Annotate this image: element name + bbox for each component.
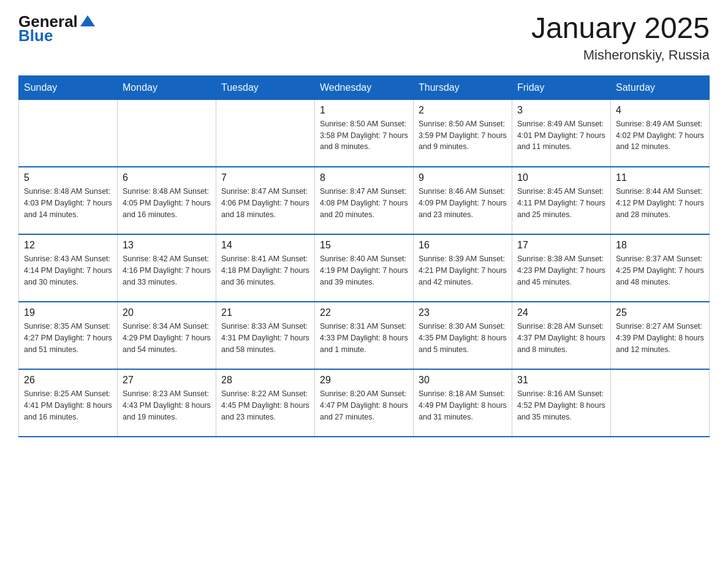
day-info: Sunrise: 8:35 AM Sunset: 4:27 PM Dayligh… bbox=[24, 321, 112, 355]
day-info: Sunrise: 8:34 AM Sunset: 4:29 PM Dayligh… bbox=[123, 321, 211, 355]
day-cell-21: 21Sunrise: 8:33 AM Sunset: 4:31 PM Dayli… bbox=[216, 302, 315, 369]
calendar-header-row: SundayMondayTuesdayWednesdayThursdayFrid… bbox=[19, 75, 710, 99]
day-cell-12: 12Sunrise: 8:43 AM Sunset: 4:14 PM Dayli… bbox=[19, 234, 118, 302]
calendar-subtitle: Misheronskiy, Russia bbox=[531, 47, 710, 63]
day-cell-8: 8Sunrise: 8:47 AM Sunset: 4:08 PM Daylig… bbox=[315, 167, 414, 234]
day-number: 29 bbox=[320, 375, 408, 386]
day-cell-1: 1Sunrise: 8:50 AM Sunset: 3:58 PM Daylig… bbox=[315, 99, 414, 167]
day-info: Sunrise: 8:18 AM Sunset: 4:49 PM Dayligh… bbox=[419, 388, 507, 423]
day-number: 18 bbox=[616, 240, 704, 251]
day-cell-22: 22Sunrise: 8:31 AM Sunset: 4:33 PM Dayli… bbox=[315, 302, 414, 369]
day-cell-5: 5Sunrise: 8:48 AM Sunset: 4:03 PM Daylig… bbox=[19, 167, 118, 234]
day-cell-30: 30Sunrise: 8:18 AM Sunset: 4:49 PM Dayli… bbox=[414, 369, 512, 437]
day-cell-18: 18Sunrise: 8:37 AM Sunset: 4:25 PM Dayli… bbox=[611, 234, 710, 302]
week-row-2: 5Sunrise: 8:48 AM Sunset: 4:03 PM Daylig… bbox=[19, 167, 710, 234]
day-info: Sunrise: 8:40 AM Sunset: 4:19 PM Dayligh… bbox=[320, 253, 408, 288]
page-header: General Blue January 2025 Misheronskiy, … bbox=[18, 12, 710, 63]
day-number: 26 bbox=[24, 375, 112, 386]
day-info: Sunrise: 8:42 AM Sunset: 4:16 PM Dayligh… bbox=[123, 253, 211, 288]
day-number: 10 bbox=[517, 172, 605, 183]
day-cell-14: 14Sunrise: 8:41 AM Sunset: 4:18 PM Dayli… bbox=[216, 234, 315, 302]
day-info: Sunrise: 8:27 AM Sunset: 4:39 PM Dayligh… bbox=[616, 321, 704, 355]
col-header-saturday: Saturday bbox=[611, 75, 710, 99]
day-number: 5 bbox=[24, 172, 112, 183]
day-number: 30 bbox=[419, 375, 507, 386]
day-info: Sunrise: 8:37 AM Sunset: 4:25 PM Dayligh… bbox=[616, 253, 704, 288]
day-cell-9: 9Sunrise: 8:46 AM Sunset: 4:09 PM Daylig… bbox=[414, 167, 512, 234]
day-number: 24 bbox=[517, 307, 605, 318]
day-info: Sunrise: 8:39 AM Sunset: 4:21 PM Dayligh… bbox=[419, 253, 507, 288]
day-cell-3: 3Sunrise: 8:49 AM Sunset: 4:01 PM Daylig… bbox=[512, 99, 611, 167]
day-info: Sunrise: 8:49 AM Sunset: 4:02 PM Dayligh… bbox=[616, 118, 704, 153]
col-header-monday: Monday bbox=[118, 75, 216, 99]
day-cell-15: 15Sunrise: 8:40 AM Sunset: 4:19 PM Dayli… bbox=[315, 234, 414, 302]
day-number: 3 bbox=[517, 105, 605, 116]
day-cell-13: 13Sunrise: 8:42 AM Sunset: 4:16 PM Dayli… bbox=[118, 234, 216, 302]
day-number: 12 bbox=[24, 240, 112, 251]
day-cell-2: 2Sunrise: 8:50 AM Sunset: 3:59 PM Daylig… bbox=[414, 99, 512, 167]
day-number: 2 bbox=[419, 105, 507, 116]
svg-marker-0 bbox=[80, 15, 95, 26]
day-number: 23 bbox=[419, 307, 507, 318]
day-number: 7 bbox=[221, 172, 309, 183]
day-info: Sunrise: 8:43 AM Sunset: 4:14 PM Dayligh… bbox=[24, 253, 112, 288]
day-cell-27: 27Sunrise: 8:23 AM Sunset: 4:43 PM Dayli… bbox=[118, 369, 216, 437]
day-number: 20 bbox=[123, 307, 211, 318]
week-row-3: 12Sunrise: 8:43 AM Sunset: 4:14 PM Dayli… bbox=[19, 234, 710, 302]
calendar-table: SundayMondayTuesdayWednesdayThursdayFrid… bbox=[18, 75, 710, 438]
day-cell-23: 23Sunrise: 8:30 AM Sunset: 4:35 PM Dayli… bbox=[414, 302, 512, 369]
day-number: 11 bbox=[616, 172, 704, 183]
day-cell-24: 24Sunrise: 8:28 AM Sunset: 4:37 PM Dayli… bbox=[512, 302, 611, 369]
day-info: Sunrise: 8:31 AM Sunset: 4:33 PM Dayligh… bbox=[320, 321, 408, 355]
day-info: Sunrise: 8:30 AM Sunset: 4:35 PM Dayligh… bbox=[419, 321, 507, 355]
col-header-wednesday: Wednesday bbox=[315, 75, 414, 99]
day-info: Sunrise: 8:48 AM Sunset: 4:05 PM Dayligh… bbox=[123, 186, 211, 220]
day-number: 13 bbox=[123, 240, 211, 251]
day-number: 21 bbox=[221, 307, 309, 318]
day-info: Sunrise: 8:38 AM Sunset: 4:23 PM Dayligh… bbox=[517, 253, 605, 288]
day-number: 25 bbox=[616, 307, 704, 318]
week-row-5: 26Sunrise: 8:25 AM Sunset: 4:41 PM Dayli… bbox=[19, 369, 710, 437]
col-header-friday: Friday bbox=[512, 75, 611, 99]
empty-cell bbox=[118, 99, 216, 167]
day-info: Sunrise: 8:25 AM Sunset: 4:41 PM Dayligh… bbox=[24, 388, 112, 423]
day-info: Sunrise: 8:22 AM Sunset: 4:45 PM Dayligh… bbox=[221, 388, 309, 423]
day-number: 16 bbox=[419, 240, 507, 251]
day-cell-17: 17Sunrise: 8:38 AM Sunset: 4:23 PM Dayli… bbox=[512, 234, 611, 302]
day-cell-19: 19Sunrise: 8:35 AM Sunset: 4:27 PM Dayli… bbox=[19, 302, 118, 369]
col-header-tuesday: Tuesday bbox=[216, 75, 315, 99]
day-number: 14 bbox=[221, 240, 309, 251]
day-info: Sunrise: 8:47 AM Sunset: 4:08 PM Dayligh… bbox=[320, 186, 408, 220]
day-number: 15 bbox=[320, 240, 408, 251]
day-info: Sunrise: 8:47 AM Sunset: 4:06 PM Dayligh… bbox=[221, 186, 309, 220]
day-number: 31 bbox=[517, 375, 605, 386]
day-info: Sunrise: 8:16 AM Sunset: 4:52 PM Dayligh… bbox=[517, 388, 605, 423]
day-cell-28: 28Sunrise: 8:22 AM Sunset: 4:45 PM Dayli… bbox=[216, 369, 315, 437]
title-block: January 2025 Misheronskiy, Russia bbox=[531, 12, 710, 63]
day-info: Sunrise: 8:41 AM Sunset: 4:18 PM Dayligh… bbox=[221, 253, 309, 288]
week-row-1: 1Sunrise: 8:50 AM Sunset: 3:58 PM Daylig… bbox=[19, 99, 710, 167]
calendar-title: January 2025 bbox=[531, 12, 710, 45]
day-cell-4: 4Sunrise: 8:49 AM Sunset: 4:02 PM Daylig… bbox=[611, 99, 710, 167]
day-cell-25: 25Sunrise: 8:27 AM Sunset: 4:39 PM Dayli… bbox=[611, 302, 710, 369]
day-info: Sunrise: 8:49 AM Sunset: 4:01 PM Dayligh… bbox=[517, 118, 605, 153]
day-number: 9 bbox=[419, 172, 507, 183]
day-cell-29: 29Sunrise: 8:20 AM Sunset: 4:47 PM Dayli… bbox=[315, 369, 414, 437]
day-number: 19 bbox=[24, 307, 112, 318]
empty-cell bbox=[216, 99, 315, 167]
day-info: Sunrise: 8:50 AM Sunset: 3:59 PM Dayligh… bbox=[419, 118, 507, 153]
empty-cell bbox=[611, 369, 710, 437]
logo: General Blue bbox=[18, 12, 96, 45]
day-number: 22 bbox=[320, 307, 408, 318]
day-cell-31: 31Sunrise: 8:16 AM Sunset: 4:52 PM Dayli… bbox=[512, 369, 611, 437]
week-row-4: 19Sunrise: 8:35 AM Sunset: 4:27 PM Dayli… bbox=[19, 302, 710, 369]
day-info: Sunrise: 8:44 AM Sunset: 4:12 PM Dayligh… bbox=[616, 186, 704, 220]
day-number: 17 bbox=[517, 240, 605, 251]
day-info: Sunrise: 8:20 AM Sunset: 4:47 PM Dayligh… bbox=[320, 388, 408, 423]
day-number: 8 bbox=[320, 172, 408, 183]
empty-cell bbox=[19, 99, 118, 167]
day-info: Sunrise: 8:23 AM Sunset: 4:43 PM Dayligh… bbox=[123, 388, 211, 423]
day-cell-10: 10Sunrise: 8:45 AM Sunset: 4:11 PM Dayli… bbox=[512, 167, 611, 234]
day-info: Sunrise: 8:45 AM Sunset: 4:11 PM Dayligh… bbox=[517, 186, 605, 220]
day-cell-20: 20Sunrise: 8:34 AM Sunset: 4:29 PM Dayli… bbox=[118, 302, 216, 369]
